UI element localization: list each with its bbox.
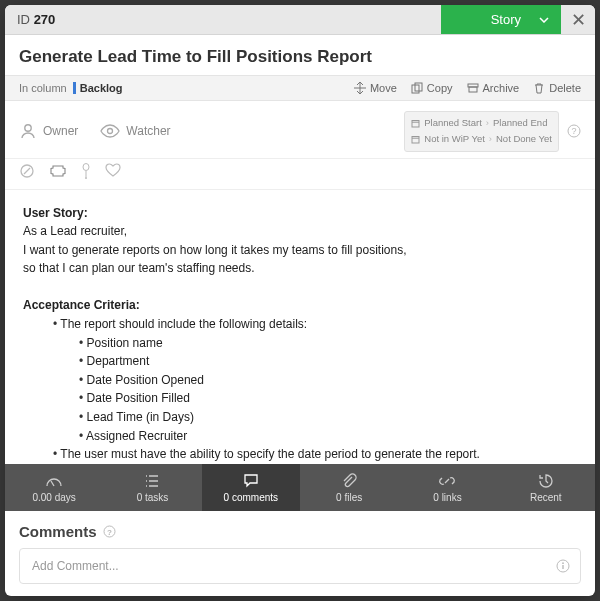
history-icon bbox=[537, 472, 555, 490]
svg-point-16 bbox=[562, 562, 564, 564]
help-icon[interactable]: ? bbox=[567, 124, 581, 138]
owner-label: Owner bbox=[43, 124, 78, 138]
comments-heading: Comments bbox=[19, 523, 97, 540]
owner-group[interactable]: Owner bbox=[19, 122, 78, 140]
tab-links[interactable]: 0 links bbox=[398, 464, 496, 511]
status-dates-line: Not in WiP Yet › Not Done Yet bbox=[411, 132, 552, 146]
person-icon bbox=[19, 122, 37, 140]
card-type-label: Story bbox=[491, 12, 521, 27]
detail-1: Position name bbox=[71, 334, 577, 353]
people-left: Owner Watcher bbox=[19, 122, 171, 140]
card-title[interactable]: Generate Lead Time to Fill Positions Rep… bbox=[19, 47, 581, 67]
calendar-icon bbox=[411, 119, 420, 128]
meta-row: In column Backlog Move Copy Archive Dele… bbox=[5, 75, 595, 101]
calendar-icon bbox=[411, 135, 420, 144]
id-value: 270 bbox=[34, 12, 56, 27]
tab-files[interactable]: 0 files bbox=[300, 464, 398, 511]
svg-rect-17 bbox=[562, 565, 563, 569]
tab-recent[interactable]: Recent bbox=[497, 464, 595, 511]
story-line-2: I want to generate reports on how long i… bbox=[23, 241, 577, 260]
eye-icon bbox=[100, 124, 120, 138]
tab-links-label: 0 links bbox=[433, 492, 461, 503]
id-label: ID bbox=[17, 12, 30, 27]
svg-point-11 bbox=[83, 163, 89, 170]
svg-rect-3 bbox=[469, 87, 477, 92]
tab-recent-label: Recent bbox=[530, 492, 562, 503]
svg-point-4 bbox=[25, 125, 31, 131]
delete-button[interactable]: Delete bbox=[533, 82, 581, 94]
detail-3: Date Position Opened bbox=[71, 371, 577, 390]
add-comment-placeholder: Add Comment... bbox=[32, 559, 119, 573]
card-modal: ID 270 Story ✕ Generate Lead Time to Fil… bbox=[5, 5, 595, 596]
copy-button[interactable]: Copy bbox=[411, 82, 453, 94]
detail-2: Department bbox=[71, 352, 577, 371]
planned-dates-line: Planned Start › Planned End bbox=[411, 116, 552, 130]
copy-label: Copy bbox=[427, 82, 453, 94]
column-name[interactable]: Backlog bbox=[80, 82, 123, 94]
help-icon[interactable]: ? bbox=[103, 525, 116, 538]
tab-comments-label: 0 comments bbox=[224, 492, 278, 503]
people-row: Owner Watcher Planned Start › Planned En… bbox=[5, 101, 595, 159]
story-line-1: As a Lead recruiter, bbox=[23, 222, 577, 241]
card-tabs: 0.00 days 0 tasks 0 comments 0 files 0 l… bbox=[5, 464, 595, 511]
detail-5: Lead Time (in Days) bbox=[71, 408, 577, 427]
acceptance-heading: Acceptance Criteria: bbox=[23, 298, 140, 312]
add-comment-input[interactable]: Add Comment... bbox=[19, 548, 581, 584]
move-button[interactable]: Move bbox=[354, 82, 397, 94]
description-body[interactable]: User Story: As a Lead recruiter, I want … bbox=[5, 190, 595, 465]
svg-text:?: ? bbox=[571, 126, 576, 136]
done-status-label: Not Done Yet bbox=[496, 132, 552, 146]
archive-icon bbox=[467, 82, 479, 94]
move-label: Move bbox=[370, 82, 397, 94]
like-button[interactable] bbox=[105, 163, 121, 179]
planned-start-label: Planned Start bbox=[424, 116, 482, 130]
close-icon: ✕ bbox=[571, 9, 586, 31]
title-row: Generate Lead Time to Fill Positions Rep… bbox=[5, 35, 595, 75]
wip-status-label: Not in WiP Yet bbox=[424, 132, 485, 146]
in-column-label: In column bbox=[19, 82, 67, 94]
user-story-heading: User Story: bbox=[23, 206, 88, 220]
gauge-icon bbox=[45, 472, 63, 490]
comments-heading-row: Comments ? bbox=[5, 511, 595, 548]
priority-button[interactable] bbox=[81, 163, 91, 179]
tab-tasks-label: 0 tasks bbox=[137, 492, 169, 503]
detail-6: Assigned Recruiter bbox=[71, 427, 577, 446]
modal-header: ID 270 Story ✕ bbox=[5, 5, 595, 35]
tab-tasks[interactable]: 0 tasks bbox=[103, 464, 201, 511]
svg-text:?: ? bbox=[107, 528, 112, 537]
size-button[interactable] bbox=[49, 163, 67, 179]
criteria-2: The user must have the ability to specif… bbox=[45, 445, 577, 464]
tab-days[interactable]: 0.00 days bbox=[5, 464, 103, 511]
close-button[interactable]: ✕ bbox=[561, 9, 595, 31]
info-icon[interactable] bbox=[556, 559, 570, 573]
tab-days-label: 0.00 days bbox=[32, 492, 75, 503]
archive-button[interactable]: Archive bbox=[467, 82, 520, 94]
checklist-icon bbox=[143, 472, 161, 490]
detail-4: Date Position Filled bbox=[71, 389, 577, 408]
archive-label: Archive bbox=[483, 82, 520, 94]
watcher-group[interactable]: Watcher bbox=[100, 124, 170, 138]
delete-label: Delete bbox=[549, 82, 581, 94]
card-id: ID 270 bbox=[5, 12, 67, 27]
link-icon bbox=[438, 472, 456, 490]
move-icon bbox=[354, 82, 366, 94]
comment-icon bbox=[242, 472, 260, 490]
svg-rect-7 bbox=[412, 136, 419, 143]
chevron-down-icon bbox=[539, 17, 549, 23]
attachment-icon bbox=[340, 472, 358, 490]
watcher-label: Watcher bbox=[126, 124, 170, 138]
chevron-right-icon: › bbox=[489, 132, 492, 146]
column-color-swatch bbox=[73, 82, 76, 94]
color-swatch-button[interactable] bbox=[19, 163, 35, 179]
tab-comments[interactable]: 0 comments bbox=[202, 464, 300, 511]
chevron-right-icon: › bbox=[486, 116, 489, 130]
dates-box[interactable]: Planned Start › Planned End Not in WiP Y… bbox=[404, 111, 559, 152]
trash-icon bbox=[533, 82, 545, 94]
svg-point-12 bbox=[85, 177, 87, 179]
story-line-3: so that I can plan our team's staffing n… bbox=[23, 259, 577, 278]
criteria-1: The report should include the following … bbox=[45, 315, 577, 334]
property-icons-row bbox=[5, 159, 595, 190]
card-type-dropdown[interactable]: Story bbox=[441, 5, 561, 34]
svg-point-5 bbox=[108, 129, 113, 134]
copy-icon bbox=[411, 82, 423, 94]
